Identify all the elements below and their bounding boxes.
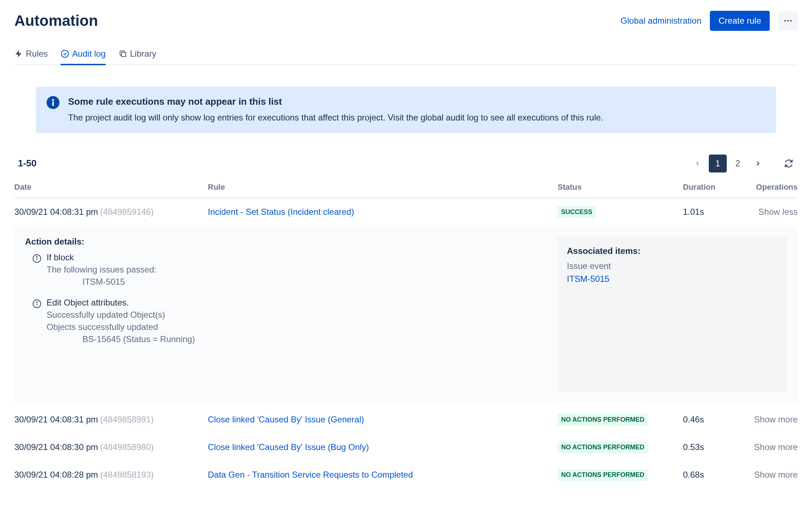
status-badge: NO ACTIONS PERFORMED: [558, 414, 648, 426]
svg-point-5: [52, 99, 54, 101]
copy-icon: [119, 49, 127, 58]
action-line: The following issues passed:: [47, 265, 157, 275]
more-horizontal-icon: [783, 16, 793, 26]
action-item: If blockThe following issues passed:ITSM…: [25, 252, 547, 289]
refresh-button[interactable]: [780, 155, 798, 172]
tab-rules[interactable]: Rules: [14, 45, 48, 65]
toggle-details-link[interactable]: Show less: [733, 207, 798, 217]
toggle-details-link[interactable]: Show more: [733, 415, 798, 425]
svg-point-1: [787, 20, 789, 22]
action-title: If block: [47, 252, 157, 262]
tab-label: Library: [130, 49, 156, 59]
svg-point-9: [37, 256, 37, 257]
create-rule-button[interactable]: Create rule: [710, 11, 770, 31]
table-row: 30/09/21 04:08:31 pm(4849859146)Incident…: [14, 198, 798, 226]
details-panel: Action details:If blockThe following iss…: [14, 226, 798, 402]
banner-text: The project audit log will only show log…: [68, 112, 603, 124]
associated-title: Associated items:: [567, 246, 778, 256]
tab-label: Rules: [26, 49, 48, 59]
rule-link[interactable]: Incident - Set Status (Incident cleared): [208, 207, 354, 217]
status-badge: SUCCESS: [558, 206, 596, 218]
toggle-details-link[interactable]: Show more: [733, 470, 798, 480]
page-prev-button[interactable]: [689, 155, 707, 172]
rule-link[interactable]: Data Gen - Transition Service Requests t…: [208, 470, 413, 479]
page-2-button[interactable]: 2: [729, 155, 747, 172]
row-execution-id: (4849858991): [100, 415, 154, 424]
header-date: Date: [14, 183, 208, 192]
action-line: Objects successfully updated: [47, 322, 195, 332]
tab-library[interactable]: Library: [119, 45, 156, 65]
row-duration: 0.68s: [683, 470, 733, 480]
header-rule: Rule: [208, 183, 558, 192]
action-item: Edit Object attributes.Successfully upda…: [25, 298, 547, 346]
info-banner: Some rule executions may not appear in t…: [36, 87, 776, 133]
table-row: 30/09/21 04:08:30 pm(4849858980)Close li…: [14, 434, 798, 461]
row-duration: 1.01s: [683, 207, 733, 217]
toggle-details-link[interactable]: Show more: [733, 442, 798, 452]
action-line: Successfully updated Object(s): [47, 310, 195, 320]
header-duration: Duration: [683, 183, 733, 192]
chevron-left-icon: [694, 160, 701, 167]
results-range: 1-50: [14, 158, 37, 169]
check-circle-icon: [61, 49, 69, 58]
info-icon: [47, 96, 59, 109]
row-date: 30/09/21 04:08:31 pm: [14, 415, 98, 424]
page-1-button[interactable]: 1: [709, 155, 727, 172]
row-date: 30/09/21 04:08:28 pm: [14, 470, 98, 479]
banner-title: Some rule executions may not appear in t…: [68, 96, 603, 107]
associated-label: Issue event: [567, 261, 778, 271]
associated-item-link[interactable]: ITSM-5015: [567, 274, 610, 284]
row-duration: 0.53s: [683, 442, 733, 452]
row-date: 30/09/21 04:08:30 pm: [14, 442, 98, 452]
page-title: Automation: [14, 12, 98, 29]
svg-point-12: [37, 302, 37, 302]
details-title: Action details:: [25, 237, 547, 247]
row-execution-id: (4849858980): [100, 442, 154, 452]
tab-audit-log[interactable]: Audit log: [61, 45, 105, 65]
svg-rect-6: [52, 101, 54, 106]
rule-link[interactable]: Close linked 'Caused By' Issue (General): [208, 415, 364, 424]
row-date: 30/09/21 04:08:31 pm: [14, 207, 98, 217]
page-next-button[interactable]: [749, 155, 767, 172]
svg-point-0: [784, 20, 786, 22]
row-duration: 0.46s: [683, 415, 733, 425]
info-outline-icon: [32, 254, 42, 263]
header-operations: Operations: [733, 183, 798, 192]
status-badge: NO ACTIONS PERFORMED: [558, 441, 648, 453]
svg-rect-4: [121, 52, 126, 57]
action-indent: ITSM-5015: [47, 277, 157, 287]
action-title: Edit Object attributes.: [47, 298, 195, 308]
global-admin-link[interactable]: Global administration: [621, 16, 701, 26]
lightning-icon: [14, 49, 23, 58]
svg-point-3: [61, 50, 68, 57]
refresh-icon: [784, 159, 793, 168]
rule-link[interactable]: Close linked 'Caused By' Issue (Bug Only…: [208, 442, 369, 452]
header-status: Status: [558, 183, 683, 192]
more-menu-button[interactable]: [778, 11, 798, 30]
table-row: 30/09/21 04:08:31 pm(4849858991)Close li…: [14, 406, 798, 434]
status-badge: NO ACTIONS PERFORMED: [558, 469, 648, 481]
action-indent: BS-15645 (Status = Running): [47, 334, 195, 344]
table-row: 30/09/21 04:08:28 pm(4849858193)Data Gen…: [14, 461, 798, 489]
row-execution-id: (4849859146): [100, 207, 154, 217]
svg-point-2: [790, 20, 792, 22]
table-header: Date Rule Status Duration Operations: [14, 183, 798, 198]
chevron-right-icon: [754, 160, 761, 167]
tab-label: Audit log: [72, 49, 105, 59]
info-outline-icon: [32, 299, 42, 308]
row-execution-id: (4849858193): [100, 470, 154, 479]
